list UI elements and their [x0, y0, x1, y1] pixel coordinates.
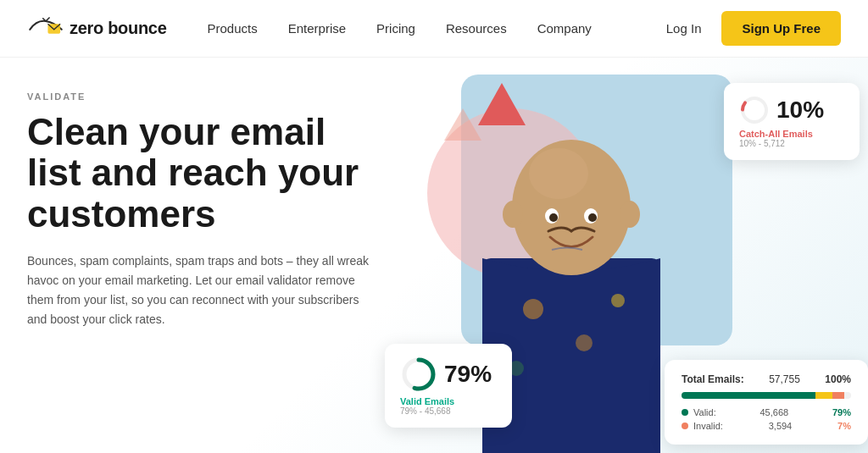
catch-all-percent: 10% [776, 97, 824, 124]
stats-invalid-row: Invalid: 3,594 7% [682, 421, 851, 431]
valid-row-value: 45,668 [760, 407, 789, 417]
svg-point-3 [576, 334, 593, 351]
valid-sub: 79% - 45,668 [400, 406, 497, 416]
valid-percent-display: 79% [400, 356, 497, 393]
svg-point-12 [588, 213, 597, 222]
valid-label: Valid Emails [400, 396, 497, 406]
pb-catchall [815, 392, 832, 399]
stats-progress-bar [682, 392, 851, 399]
triangle-red [478, 83, 526, 125]
nav-products[interactable]: Products [208, 21, 258, 36]
nav-links: Products Enterprise Pricing Resources Co… [208, 21, 666, 36]
svg-point-2 [523, 299, 543, 319]
invalid-row-label: Invalid: [693, 421, 723, 431]
catch-all-percent-display: 10% [739, 95, 844, 125]
svg-point-13 [503, 201, 523, 228]
svg-point-14 [620, 201, 640, 228]
invalid-row-pct: 7% [837, 421, 851, 431]
signup-button[interactable]: Sign Up Free [721, 11, 841, 46]
stats-valid-row: Valid: 45,668 79% [682, 407, 851, 417]
hero-description: Bounces, spam complaints, spam traps and… [27, 251, 380, 329]
pb-invalid [832, 392, 844, 399]
hero-content: VALIDATE Clean your email list and reach… [0, 58, 407, 453]
login-button[interactable]: Log In [666, 21, 702, 36]
svg-point-4 [611, 294, 625, 307]
valid-row-label: Valid: [693, 407, 716, 417]
invalid-row-value: 3,594 [769, 421, 793, 431]
hero-title: Clean your email list and reach your cus… [27, 112, 380, 235]
stats-table-card: Total Emails: 57,755 100% Valid: 45,668 … [665, 360, 868, 445]
catch-all-sub: 10% - 5,712 [739, 139, 844, 148]
hero-visual: 10% Catch-All Emails 10% - 5,712 79% Val… [376, 58, 868, 453]
nav-enterprise[interactable]: Enterprise [288, 21, 346, 36]
valid-percent: 79% [444, 361, 492, 388]
total-emails-pct: 100% [825, 373, 851, 385]
nav-company[interactable]: Company [537, 21, 592, 36]
catch-all-donut [739, 95, 770, 125]
nav-pricing[interactable]: Pricing [376, 21, 415, 36]
svg-point-11 [549, 213, 558, 222]
valid-row-pct: 79% [832, 407, 851, 417]
validate-label: VALIDATE [27, 91, 380, 102]
hero-section: VALIDATE Clean your email list and reach… [0, 58, 868, 453]
valid-dot [682, 409, 688, 416]
total-emails-value: 57,755 [769, 373, 800, 385]
svg-point-8 [529, 148, 588, 199]
catch-all-label: Catch-All Emails [739, 129, 844, 139]
brand-name: zero bounce [70, 19, 167, 38]
logo[interactable]: zero bounce [27, 15, 167, 42]
total-emails-label: Total Emails: [682, 373, 744, 385]
pb-valid [682, 392, 815, 399]
nav-resources[interactable]: Resources [446, 21, 507, 36]
invalid-dot [682, 423, 688, 429]
nav-actions: Log In Sign Up Free [666, 11, 841, 46]
catch-all-card: 10% Catch-All Emails 10% - 5,712 [724, 83, 860, 160]
stats-total-row: Total Emails: 57,755 100% [682, 373, 851, 385]
navbar: zero bounce Products Enterprise Pricing … [0, 0, 868, 58]
